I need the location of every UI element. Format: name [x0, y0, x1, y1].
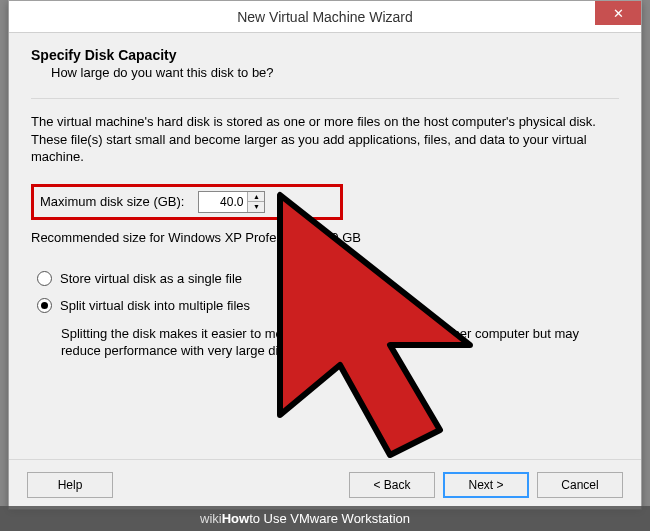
- spinner-down-icon[interactable]: ▼: [248, 202, 264, 212]
- storage-radio-group: Store virtual disk as a single file Spli…: [37, 271, 619, 360]
- wizard-content: Specify Disk Capacity How large do you w…: [9, 33, 641, 459]
- cancel-button[interactable]: Cancel: [537, 472, 623, 498]
- watermark-caption: to Use VMware Workstation: [249, 511, 410, 526]
- button-bar: Help < Back Next > Cancel: [9, 459, 641, 509]
- disk-size-label: Maximum disk size (GB):: [40, 194, 184, 209]
- recommended-size: Recommended size for Windows XP Professi…: [31, 230, 619, 245]
- watermark-brand-b: How: [222, 511, 249, 526]
- radio-split-files[interactable]: Split virtual disk into multiple files: [37, 298, 619, 313]
- divider: [31, 98, 619, 99]
- radio-icon[interactable]: [37, 271, 52, 286]
- disk-size-input[interactable]: [199, 192, 247, 212]
- split-description: Splitting the disk makes it easier to mo…: [37, 325, 619, 360]
- watermark: wikiHow to Use VMware Workstation: [0, 506, 650, 531]
- close-icon[interactable]: [595, 1, 641, 25]
- help-button[interactable]: Help: [27, 472, 113, 498]
- radio-single-label: Store virtual disk as a single file: [60, 271, 242, 286]
- back-button[interactable]: < Back: [349, 472, 435, 498]
- disk-description: The virtual machine's hard disk is store…: [31, 113, 619, 166]
- watermark-brand-a: wiki: [200, 511, 222, 526]
- radio-split-label: Split virtual disk into multiple files: [60, 298, 250, 313]
- disk-size-row: Maximum disk size (GB): ▲ ▼: [31, 184, 343, 220]
- disk-size-spinner[interactable]: ▲ ▼: [198, 191, 265, 213]
- next-button[interactable]: Next >: [443, 472, 529, 498]
- titlebar: New Virtual Machine Wizard: [9, 1, 641, 33]
- spinner-up-icon[interactable]: ▲: [248, 192, 264, 202]
- window-title: New Virtual Machine Wizard: [237, 9, 413, 25]
- radio-icon[interactable]: [37, 298, 52, 313]
- radio-single-file[interactable]: Store virtual disk as a single file: [37, 271, 619, 286]
- page-subheading: How large do you want this disk to be?: [31, 65, 619, 80]
- page-heading: Specify Disk Capacity: [31, 47, 619, 63]
- wizard-window: New Virtual Machine Wizard Specify Disk …: [8, 0, 642, 510]
